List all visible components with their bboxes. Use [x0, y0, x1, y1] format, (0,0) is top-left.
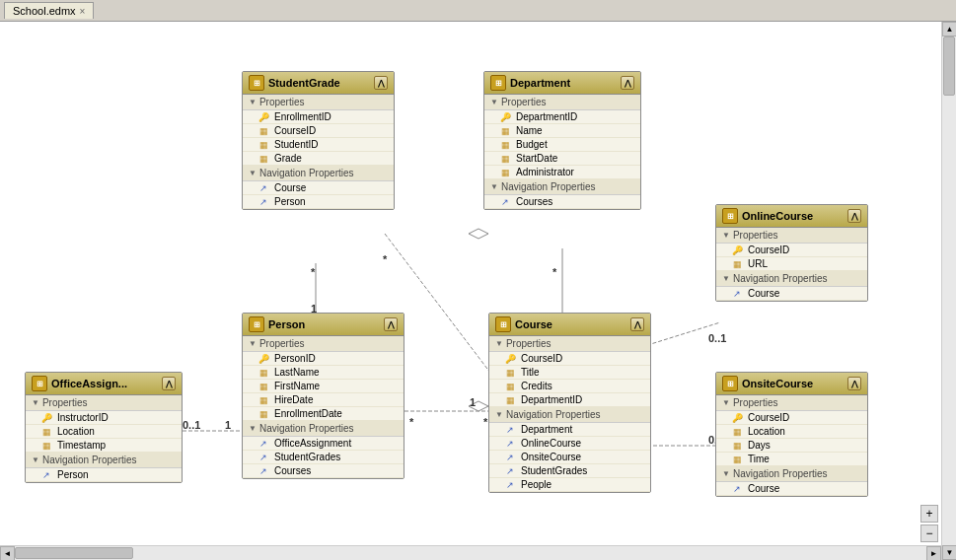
entity-title-onsitecourse: OnsiteCourse — [742, 378, 813, 389]
nav-person-sg: Person — [243, 195, 394, 209]
prop-courseid-osc: CourseID — [716, 411, 867, 425]
prop-time: Time — [716, 453, 867, 466]
nav-department-course: Department — [489, 423, 650, 437]
collapse-department[interactable]: ⋀ — [621, 76, 634, 90]
section-nav-officeassign: ▼ Navigation Properties — [26, 453, 182, 468]
zoom-out-button[interactable]: − — [920, 525, 938, 542]
entity-onsitecourse: ⊞ OnsiteCourse ⋀ ▼ Properties CourseID L… — [715, 372, 868, 497]
entity-title-course: Course — [515, 318, 552, 330]
prop-instructorid: InstructorID — [26, 411, 182, 425]
zoom-controls: + − — [920, 505, 938, 542]
entity-title-department: Department — [510, 77, 570, 89]
entity-title-officeassign: OfficeAssign... — [51, 378, 127, 389]
entity-header-department: ⊞ Department ⋀ — [484, 72, 640, 95]
nav-onlinecourse-course: OnlineCourse — [489, 437, 650, 451]
section-properties-studentgrade: ▼ Properties — [243, 95, 394, 110]
prop-lastname: LastName — [243, 366, 404, 380]
section-properties-onlinecourse: ▼ Properties — [716, 228, 867, 244]
entity-title-studentgrade: StudentGrade — [268, 77, 340, 89]
prop-url: URL — [716, 257, 867, 271]
section-nav-onlinecourse: ▼ Navigation Properties — [716, 271, 867, 287]
nav-officeassignment: OfficeAssignment — [243, 437, 404, 451]
zoom-in-button[interactable]: + — [920, 505, 938, 523]
prop-administrator: Administrator — [484, 166, 640, 179]
entity-icon-course: ⊞ — [495, 316, 511, 332]
section-properties-onsitecourse: ▼ Properties — [716, 395, 867, 411]
entity-person: ⊞ Person ⋀ ▼ Properties PersonID LastNam… — [242, 313, 404, 479]
prop-name: Name — [484, 124, 640, 138]
scroll-thumb-horizontal[interactable] — [15, 547, 133, 559]
cardinality-label: * — [409, 416, 413, 428]
nav-course-osc: Course — [716, 482, 867, 496]
cardinality-label: * — [311, 266, 315, 278]
scroll-up-button[interactable]: ▲ — [942, 22, 956, 36]
collapse-course[interactable]: ⋀ — [630, 317, 644, 331]
prop-budget: Budget — [484, 138, 640, 152]
entity-header-onlinecourse: ⊞ OnlineCourse ⋀ — [716, 205, 867, 228]
entity-icon-onlinecourse: ⊞ — [722, 208, 738, 224]
section-nav-onsitecourse: ▼ Navigation Properties — [716, 466, 867, 482]
scrollbar-horizontal[interactable]: ◄ ► — [0, 545, 941, 560]
nav-studentgrades-course: StudentGrades — [489, 464, 650, 478]
prop-timestamp: Timestamp — [26, 439, 182, 453]
prop-departmentid-c: DepartmentID — [489, 393, 650, 407]
tab-label: School.edmx — [13, 5, 76, 17]
tab-close-button[interactable]: × — [80, 6, 86, 17]
entity-department: ⊞ Department ⋀ ▼ Properties DepartmentID… — [483, 71, 641, 210]
section-nav-person: ▼ Navigation Properties — [243, 421, 404, 437]
collapse-onsitecourse[interactable]: ⋀ — [847, 377, 861, 390]
entity-header-person: ⊞ Person ⋀ — [243, 314, 404, 336]
entity-header-studentgrade: ⊞ StudentGrade ⋀ — [243, 72, 394, 95]
scroll-right-button[interactable]: ► — [926, 546, 941, 560]
cardinality-label: * — [483, 416, 487, 428]
section-properties-department: ▼ Properties — [484, 95, 640, 110]
prop-hiredate: HireDate — [243, 393, 404, 407]
cardinality-label: * — [383, 253, 387, 265]
scrollbar-vertical[interactable]: ▲ ▼ — [941, 22, 956, 560]
cardinality-label: 0..1 — [708, 332, 726, 344]
prop-courseid-oc: CourseID — [716, 244, 867, 257]
section-nav-studentgrade: ▼ Navigation Properties — [243, 166, 394, 181]
prop-personid: PersonID — [243, 352, 404, 366]
nav-course-sg: Course — [243, 181, 394, 195]
title-bar: School.edmx × — [0, 0, 956, 22]
entity-icon-department: ⊞ — [490, 75, 506, 91]
nav-studentgrades-person: StudentGrades — [243, 451, 404, 464]
scroll-left-button[interactable]: ◄ — [0, 546, 15, 560]
diagram-area: * 1 * 1 * * * 1 0..1 1 1 0..1 1 0..1 ⊞ S… — [0, 22, 956, 560]
prop-enrollmentid: EnrollmentID — [243, 110, 394, 124]
prop-courseid-sg: CourseID — [243, 124, 394, 138]
nav-people-course: People — [489, 478, 650, 492]
collapse-studentgrade[interactable]: ⋀ — [374, 76, 388, 90]
prop-location-osc: Location — [716, 425, 867, 439]
cardinality-label: 0..1 — [183, 419, 200, 431]
prop-enrollmentdate: EnrollmentDate — [243, 407, 404, 421]
prop-credits: Credits — [489, 380, 650, 393]
entity-title-onlinecourse: OnlineCourse — [742, 210, 813, 222]
section-properties-course: ▼ Properties — [489, 336, 650, 352]
nav-courses-person: Courses — [243, 464, 404, 478]
entity-title-person: Person — [268, 318, 305, 330]
cardinality-label: 1 — [470, 396, 476, 408]
main-window: School.edmx × * 1 * 1 — [0, 0, 956, 560]
entity-icon-studentgrade: ⊞ — [249, 75, 264, 91]
section-nav-course: ▼ Navigation Properties — [489, 407, 650, 423]
entity-header-course: ⊞ Course ⋀ — [489, 314, 650, 336]
prop-startdate: StartDate — [484, 152, 640, 166]
prop-firstname: FirstName — [243, 380, 404, 393]
cardinality-label: 1 — [225, 419, 231, 431]
section-properties-person: ▼ Properties — [243, 336, 404, 352]
collapse-onlinecourse[interactable]: ⋀ — [847, 209, 861, 223]
svg-marker-8 — [469, 229, 488, 239]
collapse-officeassign[interactable]: ⋀ — [162, 377, 176, 390]
nav-course-oc: Course — [716, 287, 867, 301]
scroll-thumb-vertical[interactable] — [943, 36, 955, 96]
entity-header-officeassign: ⊞ OfficeAssign... ⋀ — [26, 373, 182, 395]
collapse-person[interactable]: ⋀ — [384, 317, 398, 331]
prop-title: Title — [489, 366, 650, 380]
document-tab[interactable]: School.edmx × — [4, 2, 94, 19]
entity-header-onsitecourse: ⊞ OnsiteCourse ⋀ — [716, 373, 867, 395]
scroll-down-button[interactable]: ▼ — [942, 545, 956, 560]
entity-icon-onsitecourse: ⊞ — [722, 376, 738, 391]
section-nav-department: ▼ Navigation Properties — [484, 179, 640, 195]
